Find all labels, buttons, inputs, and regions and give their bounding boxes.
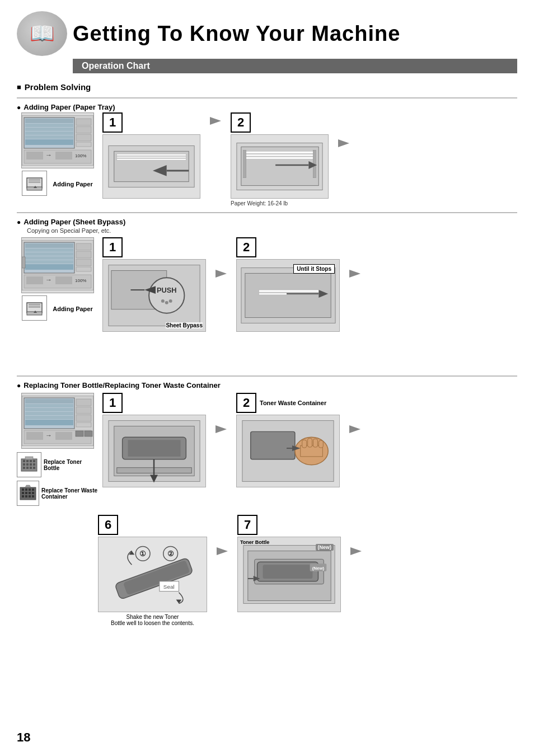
svg-point-72 — [169, 299, 172, 303]
svg-rect-50 — [76, 243, 91, 250]
svg-rect-36 — [245, 157, 315, 159]
svg-rect-48 — [25, 260, 73, 264]
svg-rect-6 — [25, 135, 73, 139]
subsection-paper-tray: Adding Paper (Paper Tray) — [17, 103, 517, 111]
svg-rect-8 — [76, 119, 91, 125]
svg-rect-62 — [29, 304, 40, 306]
svg-text:100%: 100% — [75, 278, 86, 283]
bypass-step-2-box: 2 — [236, 237, 256, 257]
svg-rect-11 — [76, 142, 91, 147]
svg-rect-4 — [25, 128, 73, 131]
step6-image: ① ② Seal — [98, 537, 207, 612]
svg-rect-144 — [302, 440, 307, 448]
svg-rect-45 — [25, 248, 73, 252]
sheet-bypass-machine-col: → 100% Adding Paper — [17, 237, 98, 321]
until-stops-box: Until it Stops — [293, 264, 335, 274]
svg-rect-44 — [25, 243, 73, 248]
step7-col: 7 Toner Bottle (New) (New) — [237, 515, 341, 612]
svg-rect-97 — [26, 432, 43, 440]
svg-rect-53 — [76, 267, 91, 271]
toner-step1-image — [102, 415, 206, 487]
svg-rect-27 — [117, 158, 186, 160]
svg-rect-79 — [259, 290, 320, 292]
svg-rect-147 — [318, 440, 323, 448]
bypass-step1-image: PUSH Sheet Bypass — [102, 259, 206, 332]
svg-rect-141 — [251, 431, 295, 459]
svg-rect-9 — [76, 126, 91, 133]
step6-col: 6 ① ② — [98, 515, 207, 626]
svg-rect-122 — [25, 492, 27, 494]
new-badge: (New) — [316, 544, 334, 551]
sheet-bypass-row: → 100% Adding Paper — [17, 237, 517, 332]
svg-rect-114 — [33, 467, 35, 469]
step-7-box: 7 — [237, 515, 257, 535]
svg-rect-125 — [22, 495, 24, 497]
svg-rect-90 — [25, 416, 73, 419]
svg-rect-13 — [26, 152, 43, 159]
subsection-sheet-bypass: Adding Paper (Sheet Bypass) — [17, 218, 517, 226]
svg-point-68 — [149, 278, 184, 313]
steps-6-7-row: 6 ① ② — [98, 515, 517, 626]
machine-thumb-col: → 100% Adding Paper — [17, 112, 98, 196]
svg-marker-162 — [217, 547, 228, 555]
svg-rect-101 — [85, 431, 92, 436]
svg-rect-25 — [117, 154, 186, 156]
header-area: 📖 Getting To Know Your Machine — [17, 11, 517, 56]
svg-rect-57 — [55, 276, 72, 284]
svg-text:→: → — [45, 151, 52, 159]
svg-rect-2 — [25, 119, 73, 123]
book-icon: 📖 — [17, 11, 67, 56]
svg-rect-111 — [23, 467, 25, 469]
toner-step2-col: 2 Toner Waste Container — [236, 393, 340, 487]
spacer — [17, 336, 517, 370]
step7-image: Toner Bottle (New) (New) — [237, 537, 341, 612]
arrow-2 — [333, 135, 354, 152]
svg-point-70 — [161, 299, 165, 303]
svg-rect-124 — [32, 492, 34, 494]
svg-rect-89 — [25, 412, 73, 415]
svg-marker-30 — [210, 117, 221, 125]
svg-marker-75 — [216, 270, 227, 278]
machine-ui-svg: → 100% — [22, 115, 93, 166]
svg-marker-129 — [25, 485, 31, 487]
toner-step-2-box: 2 — [236, 393, 256, 413]
paper-weight-note: Paper Weight: 16-24 lb — [231, 200, 288, 206]
svg-rect-47 — [25, 256, 73, 260]
svg-rect-110 — [33, 463, 35, 466]
svg-rect-145 — [308, 438, 312, 447]
svg-text:Seal: Seal — [163, 584, 175, 590]
svg-rect-10 — [76, 134, 91, 141]
svg-rect-35 — [245, 154, 315, 156]
step-2-box: 2 — [231, 112, 251, 133]
svg-rect-19 — [29, 179, 40, 181]
svg-rect-51 — [76, 251, 91, 258]
svg-marker-41 — [338, 139, 349, 147]
divider-2 — [17, 212, 517, 213]
divider-1 — [17, 97, 517, 98]
svg-rect-5 — [25, 132, 73, 135]
svg-rect-92 — [76, 399, 91, 406]
svg-rect-86 — [25, 399, 73, 403]
svg-text:100%: 100% — [75, 153, 86, 158]
svg-text:①: ① — [139, 550, 146, 558]
toner-waste-container-label: Toner Waste Container — [260, 400, 326, 406]
svg-rect-94 — [76, 415, 91, 421]
svg-marker-173 — [350, 547, 362, 555]
bypass-step2-col: 2 Until it Stops — [236, 237, 340, 332]
svg-rect-55 — [26, 276, 43, 284]
svg-rect-126 — [25, 495, 27, 497]
svg-rect-108 — [26, 463, 29, 466]
step1-num-img: 1 — [102, 112, 200, 199]
svg-rect-93 — [76, 407, 91, 414]
svg-rect-49 — [25, 264, 73, 270]
svg-rect-34 — [245, 151, 315, 153]
svg-text:②: ② — [167, 550, 174, 558]
svg-text:(New): (New) — [312, 566, 325, 571]
section-problem-solving: Problem Solving — [17, 82, 517, 92]
svg-rect-106 — [33, 460, 35, 462]
svg-marker-150 — [349, 425, 360, 433]
svg-rect-127 — [29, 495, 31, 497]
svg-rect-88 — [25, 408, 73, 411]
svg-rect-87 — [25, 404, 73, 407]
svg-rect-59 — [22, 257, 25, 268]
